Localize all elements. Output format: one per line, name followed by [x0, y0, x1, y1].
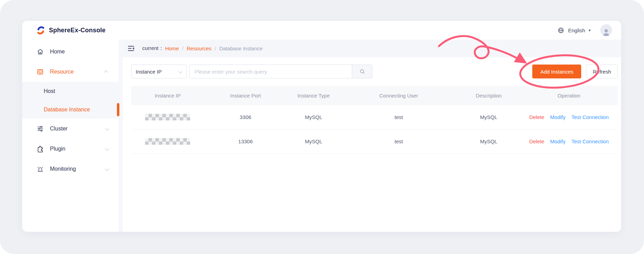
cell-connecting-user: test [340, 138, 457, 144]
toolbar: Instance IP Add Instances Refresh [131, 65, 618, 78]
sidebar-item-label: Host [44, 88, 55, 94]
cell-instance-type: MySQL [287, 138, 340, 144]
sidebar-item-label: Plugin [50, 146, 65, 152]
top-bar: SphereEx-Console English ▾ [22, 21, 621, 40]
table-row: 13306 MySQL test MySQL Delete Modify Tes… [131, 129, 618, 154]
sidebar-item-label: Resource [50, 69, 74, 75]
sidebar: Home Resource Host Database [22, 40, 119, 232]
breadcrumb-link-home[interactable]: Home [165, 45, 179, 51]
avatar-person-icon [602, 28, 611, 36]
search-button[interactable] [352, 65, 372, 78]
plugin-puzzle-icon [36, 145, 44, 153]
cluster-sliders-icon [36, 125, 44, 133]
main-content: current： Home / Resources / Database Ins… [123, 40, 621, 232]
chevron-down-icon [105, 126, 110, 130]
resource-inbox-icon [36, 68, 44, 76]
chevron-down-icon[interactable]: ▾ [588, 28, 591, 33]
cell-instance-port: 3306 [204, 114, 287, 120]
magnifier-icon [359, 68, 366, 75]
cell-instance-port: 13306 [204, 138, 287, 144]
cell-description: MySQL [457, 138, 520, 144]
test-connection-link[interactable]: Test Connection [571, 114, 609, 120]
breadcrumb: current： Home / Resources / Database Ins… [123, 40, 621, 57]
app-title: SphereEx-Console [49, 27, 105, 34]
menu-fold-icon[interactable] [127, 45, 135, 52]
column-header-connecting-user: Connecting User [340, 93, 457, 99]
censored-ip-blur [145, 114, 190, 120]
filter-field-value: Instance IP [136, 69, 162, 75]
chevron-down-icon [105, 146, 110, 151]
language-selector-label[interactable]: English [568, 27, 585, 33]
chevron-down-icon [105, 166, 110, 171]
active-item-indicator [117, 103, 119, 116]
cell-description: MySQL [457, 114, 520, 120]
breadcrumb-link-resources[interactable]: Resources [187, 45, 212, 51]
column-header-instance-type: Instance Type [287, 93, 340, 99]
search-group [189, 65, 372, 78]
sidebar-item-cluster[interactable]: Cluster [22, 119, 119, 139]
breadcrumb-current-page: Database Instance [219, 45, 263, 51]
table-row: 3306 MySQL test MySQL Delete Modify Test… [131, 105, 618, 129]
sidebar-submenu-resource: Host Database Instance [22, 82, 119, 119]
refresh-button[interactable]: Refresh [586, 65, 618, 78]
sidebar-item-monitoring[interactable]: Monitoring [22, 159, 119, 179]
monitoring-alarm-icon [36, 165, 44, 173]
cell-connecting-user: test [340, 114, 457, 120]
chevron-up-icon [104, 70, 109, 75]
app-window: SphereEx-Console English ▾ [22, 21, 621, 232]
add-instances-button[interactable]: Add Instances [532, 65, 581, 78]
cell-instance-type: MySQL [287, 114, 340, 120]
sphereex-s-logo-icon [36, 26, 45, 35]
sidebar-item-label: Home [50, 49, 65, 55]
test-connection-link[interactable]: Test Connection [571, 138, 609, 144]
sidebar-item-plugin[interactable]: Plugin [22, 139, 119, 159]
avatar[interactable] [600, 24, 612, 36]
search-input[interactable] [189, 65, 352, 78]
globe-icon [557, 27, 565, 34]
sidebar-item-label: Monitoring [50, 166, 76, 172]
instances-table: Instance IP Instance Port Instance Type … [131, 86, 618, 154]
modify-link[interactable]: Modify [550, 114, 566, 120]
modify-link[interactable]: Modify [550, 138, 566, 144]
breadcrumb-separator: / [182, 45, 184, 51]
breadcrumb-prefix: current： [142, 45, 164, 52]
delete-link[interactable]: Delete [529, 114, 544, 120]
delete-link[interactable]: Delete [529, 138, 544, 144]
column-header-operation: Operation [520, 93, 618, 99]
sidebar-item-database-instance[interactable]: Database Instance [22, 100, 119, 119]
sidebar-main-divider [119, 40, 123, 232]
chevron-down-icon [178, 69, 183, 73]
filter-field-select[interactable]: Instance IP [131, 65, 187, 78]
sidebar-item-label: Cluster [50, 126, 68, 132]
column-header-instance-port: Instance Port [204, 93, 287, 99]
sidebar-item-label: Database Instance [44, 107, 90, 113]
sidebar-item-resource[interactable]: Resource [22, 62, 119, 82]
censored-ip-blur [145, 138, 190, 145]
sidebar-item-host[interactable]: Host [22, 82, 119, 100]
app-logo: SphereEx-Console [36, 26, 105, 35]
breadcrumb-separator: / [215, 45, 216, 51]
column-header-instance-ip: Instance IP [131, 93, 204, 99]
sidebar-item-home[interactable]: Home [22, 42, 119, 62]
home-icon [36, 48, 44, 56]
column-header-description: Description [457, 93, 520, 99]
table-header-row: Instance IP Instance Port Instance Type … [131, 86, 618, 105]
